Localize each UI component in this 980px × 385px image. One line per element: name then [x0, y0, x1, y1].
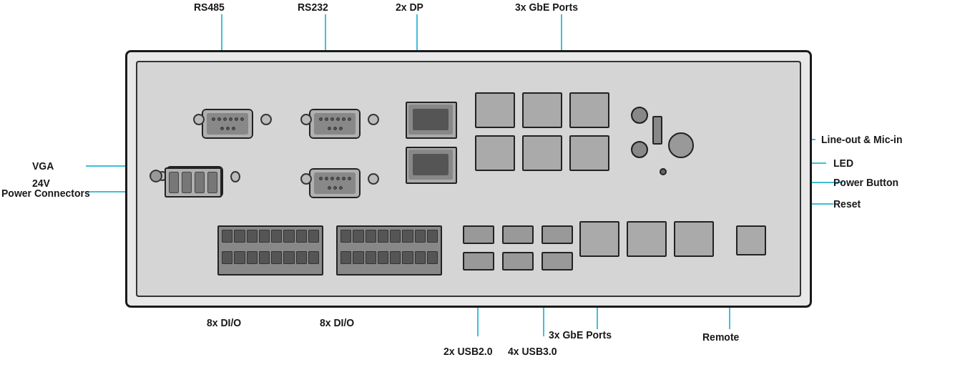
- dio-block-1: [217, 225, 323, 276]
- chassis: [125, 50, 812, 308]
- rs232-2-mount-l: [300, 173, 312, 185]
- power-connector-block: [165, 167, 222, 198]
- usb30-port-3: [542, 225, 573, 244]
- remote-label: Remote: [702, 331, 739, 343]
- remote-port: [736, 225, 766, 255]
- dio2-label: 8x DI/O: [320, 317, 354, 328]
- rs232-mount-left: [300, 114, 312, 125]
- gbe-bot-3: [674, 221, 714, 257]
- usb30-port-4: [542, 252, 573, 271]
- lineout-label: Line-out & Mic-in: [821, 134, 903, 145]
- power-btn-label: Power Button: [833, 177, 898, 188]
- dp-label: 2x DP: [396, 1, 423, 13]
- dio1-label: 8x DI/O: [207, 317, 241, 328]
- rs232-2-mount-r: [368, 173, 379, 185]
- rs485-port: [202, 109, 253, 139]
- usb20-port-2: [463, 252, 494, 271]
- usb30-port-1: [502, 225, 534, 244]
- rs485-label: RS485: [194, 1, 225, 13]
- gbe-top-row2-1: [475, 135, 515, 171]
- dp-port-2: [406, 147, 457, 184]
- dp-port-1: [406, 102, 457, 139]
- gbe-top-row2-2: [522, 135, 562, 171]
- gbe-top-2: [522, 92, 562, 128]
- vga-mount-right: [230, 171, 240, 182]
- gbe-top-row2-3: [569, 135, 609, 171]
- led-label: LED: [833, 157, 853, 169]
- rs232-port-2: [309, 168, 361, 198]
- gbe-top-3: [569, 92, 609, 128]
- led-indicator: [652, 116, 662, 145]
- rs232-label: RS232: [298, 1, 328, 13]
- rs232-mount-right: [368, 114, 379, 125]
- vga-label: VGA: [32, 160, 54, 172]
- gbe-bot-2: [627, 221, 667, 257]
- chassis-inner: [136, 61, 801, 297]
- audio-jack-1: [631, 107, 648, 124]
- audio-jack-2: [631, 141, 648, 158]
- reset-label: Reset: [833, 198, 861, 210]
- power-button[interactable]: [668, 132, 694, 158]
- usb20-port-1: [463, 225, 494, 244]
- power-connector: [150, 170, 162, 182]
- rs232-port: [309, 109, 361, 139]
- rs485-mount-right: [260, 114, 272, 125]
- usb30-port-2: [502, 252, 534, 271]
- power-conn-label: Power Connectors: [1, 187, 90, 199]
- rs485-mount-left: [193, 114, 205, 125]
- dio-block-2: [336, 225, 442, 276]
- usb30-label: 4x USB3.0: [508, 346, 557, 357]
- gbe-bot-1: [579, 221, 619, 257]
- reset-button[interactable]: [660, 168, 667, 175]
- usb20-label: 2x USB2.0: [444, 346, 492, 357]
- gbe-top-label: 3x GbE Ports: [515, 1, 578, 13]
- gbe-top-1: [475, 92, 515, 128]
- gbe-bot-label: 3x GbE Ports: [549, 329, 612, 341]
